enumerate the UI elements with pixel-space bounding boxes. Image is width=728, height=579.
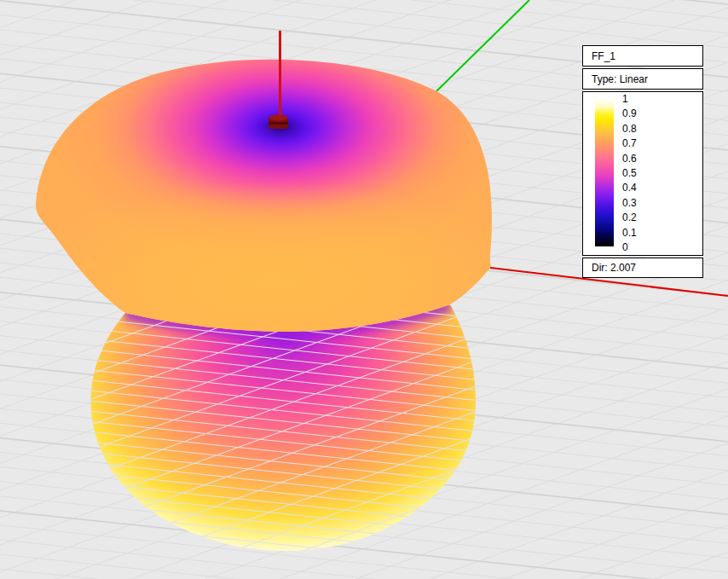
colorbar-tick-label: 0.1 (622, 228, 637, 238)
colorbar-tick-label: 0.4 (622, 182, 637, 193)
colorbar-ticks: 10.90.80.70.60.50.40.30.20.10 (622, 94, 637, 252)
colorbar-tick-label: 0.6 (622, 153, 637, 164)
legend-colorbar: 10.90.80.70.60.50.40.30.20.10 (582, 91, 703, 256)
colorbar-tick-label: 0.8 (622, 124, 637, 134)
colorbar-tick-label: 0.9 (622, 108, 637, 119)
antenna-feed-stub[interactable] (269, 114, 288, 129)
3d-viewport[interactable]: FF_1 Type: Linear 10.90.80.70.60.50.40.3… (0, 0, 728, 579)
legend-panel: FF_1 Type: Linear 10.90.80.70.60.50.40.3… (582, 45, 703, 278)
colorbar-tick-label: 0.5 (622, 168, 637, 178)
legend-type: Type: Linear (582, 68, 703, 90)
farfield-plot-name: FF_1 (592, 50, 615, 62)
colorbar-tick-label: 0.2 (622, 212, 637, 223)
colorbar-tick-label: 0.7 (622, 138, 637, 148)
colorbar-tick-label: 0.3 (622, 198, 637, 208)
colorbar-tick-label: 1 (622, 94, 637, 104)
legend-directivity: Dir: 2.007 (582, 258, 703, 278)
legend-title: FF_1 (582, 45, 703, 67)
scale-type-label: Type: Linear (592, 73, 648, 85)
colorbar-swatch (595, 100, 614, 246)
colorbar-tick-label: 0 (622, 242, 637, 252)
directivity-label: Dir: 2.007 (592, 262, 636, 274)
